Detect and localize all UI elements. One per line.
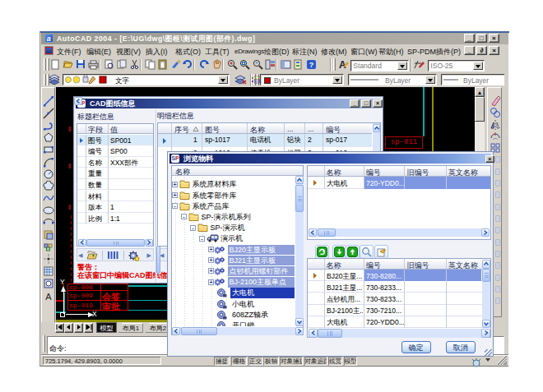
svg-text:A: A [45,292,52,302]
svg-text:?: ? [309,61,313,69]
